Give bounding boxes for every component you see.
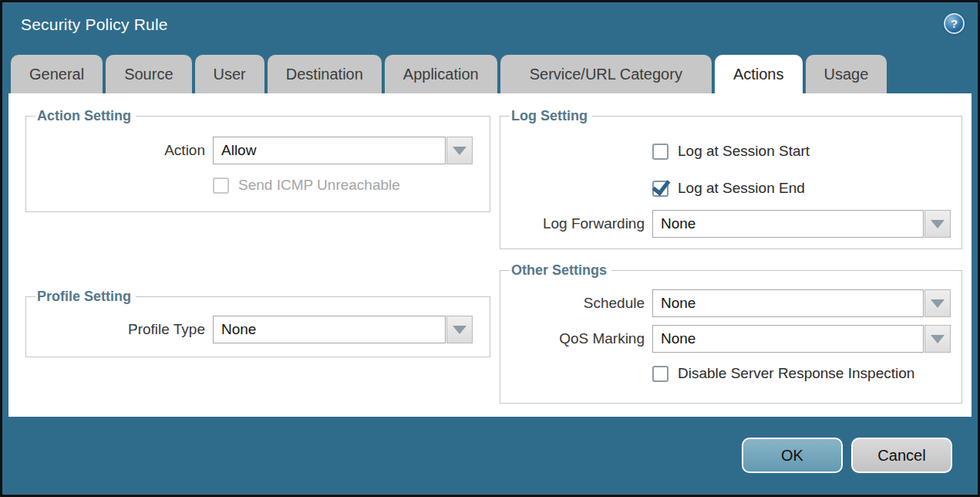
log-forwarding-label: Log Forwarding [510, 215, 652, 232]
disable-server-response-inspection-checkbox[interactable] [652, 366, 668, 382]
log-setting-legend: Log Setting [510, 108, 592, 124]
dialog-title: Security Policy Rule [21, 15, 168, 34]
other-settings-group: Other Settings Schedule None QoS Marking… [500, 262, 962, 404]
action-dropdown-button[interactable] [446, 137, 473, 164]
profile-type-dropdown[interactable]: None [213, 316, 446, 343]
chevron-down-icon [453, 326, 466, 334]
qos-marking-dropdown-button[interactable] [924, 325, 951, 353]
log-forwarding-dropdown-button[interactable] [924, 210, 951, 238]
profile-type-label: Profile Type [35, 321, 213, 338]
send-icmp-label: Send ICMP Unreachable [238, 177, 400, 194]
log-setting-group: Log Setting Log at Session Start Log at … [500, 108, 962, 249]
chevron-down-icon [931, 299, 945, 308]
dsri-row: Disable Server Response Inspection [510, 365, 952, 382]
log-forwarding-row: Log Forwarding None [510, 210, 952, 238]
profile-setting-legend: Profile Setting [35, 289, 136, 305]
tab-usage[interactable]: Usage [806, 55, 887, 93]
log-session-start-label: Log at Session Start [678, 143, 810, 160]
send-icmp-checkbox [213, 178, 229, 194]
security-policy-rule-dialog: Security Policy Rule ? General Source Us… [0, 0, 980, 497]
action-setting-legend: Action Setting [35, 108, 136, 124]
log-session-start-checkbox[interactable] [652, 144, 668, 160]
schedule-dropdown[interactable]: None [652, 289, 924, 317]
profile-type-row: Profile Type None [35, 316, 480, 343]
tab-user[interactable]: User [195, 55, 264, 93]
chevron-down-icon [931, 220, 945, 228]
qos-marking-label: QoS Marking [510, 330, 652, 347]
qos-marking-row: QoS Marking None [510, 325, 952, 353]
action-dropdown[interactable]: Allow [213, 137, 446, 164]
action-row: Action Allow [35, 137, 480, 164]
tab-application[interactable]: Application [385, 55, 497, 93]
action-setting-group: Action Setting Action Allow Send ICMP Un… [25, 108, 490, 212]
tab-general[interactable]: General [11, 55, 103, 93]
tab-source[interactable]: Source [106, 55, 191, 93]
qos-marking-dropdown[interactable]: None [652, 325, 924, 353]
log-session-end-row: Log at Session End [510, 180, 952, 197]
schedule-row: Schedule None [510, 289, 952, 317]
cancel-button[interactable]: Cancel [851, 438, 952, 473]
log-session-end-checkbox[interactable] [652, 181, 668, 197]
help-icon[interactable]: ? [944, 13, 965, 34]
disable-server-response-inspection-label: Disable Server Response Inspection [678, 365, 914, 382]
chevron-down-icon [453, 147, 466, 155]
tab-service-url-category[interactable]: Service/URL Category [500, 55, 712, 93]
action-label: Action [35, 142, 213, 159]
schedule-label: Schedule [510, 295, 652, 312]
profile-setting-group: Profile Setting Profile Type None [25, 289, 490, 357]
tab-actions[interactable]: Actions [715, 55, 803, 93]
tab-bar: General Source User Destination Applicat… [11, 55, 969, 93]
profile-type-dropdown-button[interactable] [446, 316, 473, 343]
log-session-start-row: Log at Session Start [510, 143, 952, 160]
chevron-down-icon [931, 335, 945, 343]
log-session-end-label: Log at Session End [678, 180, 805, 197]
send-icmp-row: Send ICMP Unreachable [35, 177, 480, 194]
actions-tab-panel: Action Setting Action Allow Send ICMP Un… [8, 93, 972, 417]
log-forwarding-dropdown[interactable]: None [652, 210, 924, 238]
ok-button[interactable]: OK [742, 438, 843, 473]
tab-destination[interactable]: Destination [268, 55, 382, 93]
other-settings-legend: Other Settings [510, 262, 611, 279]
schedule-dropdown-button[interactable] [924, 289, 951, 317]
